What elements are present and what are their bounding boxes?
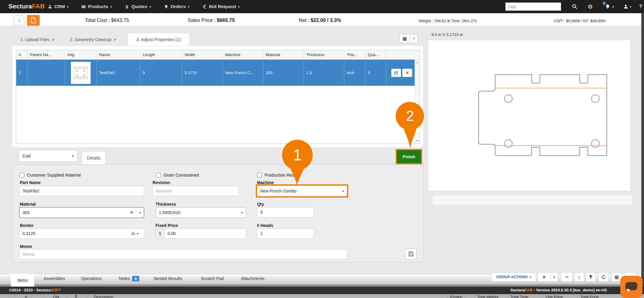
remove-item-button[interactable]: − [561,272,573,282]
refresh-button[interactable] [598,272,609,282]
download-button[interactable]: ↓ [14,16,24,25]
add-item-dropdown-button[interactable]: ▾ [550,272,558,282]
fixed-price-input[interactable] [164,228,246,239]
memo-input[interactable] [19,249,347,259]
page-scrollbar[interactable] [641,13,644,298]
chat-widget-button[interactable] [620,276,642,298]
cad-select[interactable]: Cad ▾ [19,150,77,162]
nav-menu-crm[interactable]: CRM ▾ [47,4,68,9]
footer-bar: ©2014 - 2023 - SecturaSOFT SecturaFAB - … [0,287,644,294]
production-ready-checkbox[interactable] [257,173,262,177]
col-header-img[interactable]: Img [65,50,97,59]
tab-adjust-properties[interactable]: 3. Adjust Properties (1) [128,33,189,46]
machine-select-value: New Punch Combo [260,189,297,193]
tab-operations[interactable]: Operations [81,276,101,281]
border-unit-select[interactable]: in ▾ [126,228,144,239]
thickness-select[interactable]: 1.5000:inch ▾ [156,207,246,218]
filter-button[interactable] [585,272,596,282]
border-input[interactable] [19,228,126,239]
cost-summary-bar: ↓ Total Cost : $643.75 Sales Price : $66… [0,13,641,26]
col-header-width[interactable]: Width [182,50,223,59]
chevron-down-icon[interactable]: ▾ [629,3,632,10]
sales-price-text: Sales Price : $665.75 [188,17,235,23]
delete-row-button[interactable]: × [402,69,412,77]
callout-step-2: 2 [394,101,426,149]
scroll-up-icon[interactable]: ▲ [415,61,420,64]
tab-upload-files[interactable]: 1. Upload Files ✔ [20,34,55,46]
nav-menu-label: Bid Request [209,4,236,9]
nav-menu-quotes[interactable]: $ Quotes ▾ [125,4,151,9]
col-header-machine[interactable]: Machine [223,50,263,59]
help-search-input[interactable] [505,2,561,11]
help-question-icon[interactable]: ? [637,3,644,10]
delete-x-icon: × [406,70,409,75]
col-header-num[interactable]: # [16,50,28,59]
tab-assemblies[interactable]: Assemblies [44,276,65,281]
new-file-button[interactable] [27,15,40,26]
part-name-input[interactable] [19,186,144,196]
gear-icon[interactable]: ⚙ [587,3,594,10]
qty-input[interactable] [257,207,314,217]
tab-nested-results[interactable]: Nested Results [154,276,182,281]
tab-items[interactable]: Items [11,274,34,287]
part-preview-canvas[interactable] [428,40,630,191]
nav-menu-label: Orders [171,4,186,9]
revision-input[interactable] [153,186,239,196]
copyright-prefix: ©2014 - 2023 - Sectura [9,288,50,292]
edit-row-button[interactable] [391,69,401,77]
heads-input[interactable] [257,228,314,239]
save-memo-button[interactable] [405,249,417,259]
part-name-label: Part Name [20,180,41,185]
col-header-parent[interactable]: Parent Na... [28,50,65,59]
nav-menu-bid-request[interactable]: Bid Request ▾ [202,4,240,9]
col-header-quantity[interactable]: Qua... [365,50,386,59]
tab-scratch-pad[interactable]: Scratch Pad [201,276,224,281]
col-header-length[interactable]: Length [140,50,182,59]
grain-constrained-checkbox[interactable] [156,173,161,177]
part-drawing [428,40,630,191]
fixed-price-label: Fixed Price [156,223,178,228]
nav-menu-products[interactable]: Products ▾ [81,4,112,9]
chevron-down-icon[interactable]: ▾ [611,3,615,10]
user-account-icon[interactable] [622,3,629,10]
col-header-material[interactable]: Material [263,50,304,59]
col-header-name[interactable]: Name [97,50,140,59]
chevron-down-icon[interactable]: ▾ [136,211,144,214]
group-actions-button[interactable]: GROUP ACTIONS ▾ [491,272,536,282]
clear-material-icon[interactable]: × [127,210,136,215]
document-icon [31,17,36,23]
grid-view-dropdown-button[interactable]: ▾ [410,34,418,43]
tab-attachments[interactable]: Attachments [241,276,265,281]
table-row[interactable]: 1 TestFile2 9 5.1715 New [16,60,420,86]
finish-button[interactable]: Finish [397,150,421,163]
col-header-thickness[interactable]: Thickness [304,50,344,59]
tab-geometry-cleanup[interactable]: 2. Geometry Cleanup ✔ [70,34,117,46]
floppy-disk-icon [409,252,413,256]
material-input[interactable] [20,208,127,217]
search-icon[interactable] [571,3,578,10]
tab-notes[interactable]: Notes [119,276,130,281]
part-thumbnail[interactable] [71,62,91,84]
parts-table-header: # Parent Na... Img Name Length Width Mac… [16,50,420,60]
app-logo[interactable]: SecturaFAB [8,3,45,10]
material-combobox[interactable]: × ▾ [19,207,144,218]
bg-col-production: Produc... [450,295,466,298]
callout-number: 2 [394,108,426,124]
thickness-select-value: 1.5000:inch [159,210,180,215]
part-thumbnail-drawing [72,63,89,83]
tab-label: Items [17,278,28,283]
expand-rows-button[interactable]: ↕ [574,272,584,282]
add-item-button[interactable]: + [537,272,551,282]
bottom-divider-strip [0,285,644,287]
grid-view-button[interactable]: ▦ [399,34,410,43]
sales-price-label: Sales Price : [188,17,217,23]
material-label: Material [20,202,36,207]
machine-select[interactable]: New Punch Combo ▾ [257,186,347,196]
net-text: Net : $22.00 / 3.3% [299,17,341,23]
col-header-thickness-unit[interactable]: Thic... [344,50,365,59]
tab-details[interactable]: Details [82,151,106,165]
qty-label: Qty [257,202,264,207]
nav-menu-orders[interactable]: Orders ▾ [164,4,189,9]
customer-supplied-material-checkbox[interactable] [20,173,24,177]
hole [591,140,599,148]
